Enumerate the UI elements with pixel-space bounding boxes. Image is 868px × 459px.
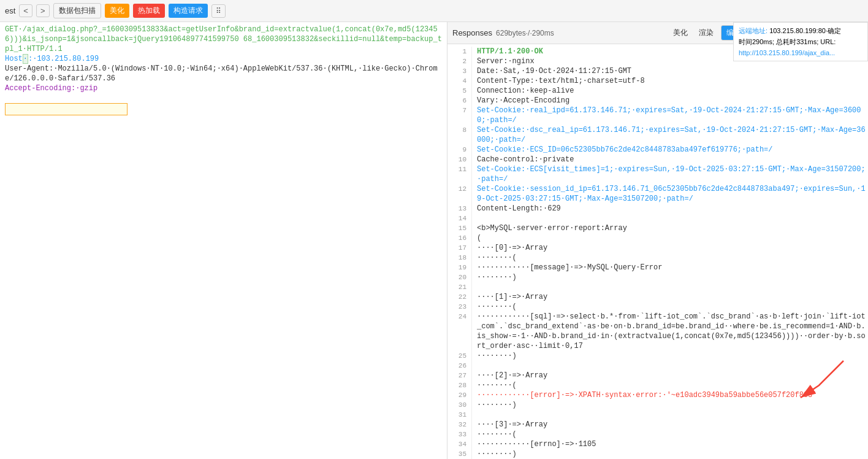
hotload-button[interactable]: 热加载 [133,4,165,18]
request-line-3: User-Agent:·Mozilla/5.0·(Windows·NT·10.0… [0,64,447,83]
line-num-32: 32 [447,420,472,430]
response-toolbar: Responses 629bytes·/·290ms 美化 渲染 编码 ▾ 请输… [447,22,868,44]
line-num-1: 1 [447,47,472,56]
response-line-11: 11 Set-Cookie:·ECS[visit_times]=1;·expir… [447,164,868,184]
line-num-26: 26 [447,361,472,371]
response-line-22: 22 ····[1]·=>·Array [447,292,868,302]
line-content-22: ····[1]·=>·Array [474,292,868,302]
line-content-34: ············[errno]·=>·1105 [474,439,868,449]
response-body[interactable]: 1 HTTP/1.1·200·OK 2 Server:·nginx 3 Date… [447,44,868,459]
line-content-6: Vary:·Accept-Encoding [474,96,868,106]
response-line-26: 26 [447,361,868,371]
response-line-16: 16 ( [447,233,868,243]
response-line-29: 29 ············[error]·=>·XPATH·syntax·e… [447,390,868,400]
line-num-30: 30 [447,400,472,410]
nav-prev-button[interactable]: < [19,4,32,17]
request-toolbar: est < > 数据包扫描 美化 热加载 构造请求 ⠿ [0,0,868,22]
line-content-11: Set-Cookie:·ECS[visit_times]=1;·expires=… [474,164,868,184]
line-num-35: 35 [447,449,472,459]
line-num-33: 33 [447,430,472,439]
response-panel-wrapper: Responses 629bytes·/·290ms 美化 渲染 编码 ▾ 请输… [447,22,868,459]
line-num-27: 27 [447,371,472,380]
line-content-25: ········) [474,351,868,361]
line-num-14: 14 [447,214,472,223]
line-num-25: 25 [447,351,472,361]
toolbar-left: est < > 数据包扫描 美化 热加载 构造请求 ⠿ [5,3,863,18]
line-num-9: 9 [447,145,472,155]
response-line-9: 9 Set-Cookie:·ECS_ID=06c52305bb76c2de42c… [447,145,868,155]
response-line-28: 28 ········( [447,380,868,390]
response-line-35: 35 ········) [447,449,868,459]
request-text-3: User-Agent:·Mozilla/5.0·(Windows·NT·10.0… [0,64,447,83]
line-content-8: Set-Cookie:·dsc_real_ip=61.173.146.71;·e… [474,125,868,145]
line-num-11: 11 [447,164,472,184]
line-content-31 [474,410,868,420]
scan-button[interactable]: 数据包扫描 [53,3,101,18]
line-num-34: 34 [447,439,472,449]
response-line-32: 32 ····[3]·=>·Array [447,420,868,430]
request-text-4: Accept-Encoding:·gzip [0,83,102,93]
request-panel: GET·/ajax_dialog.php?_=1600309513833&act… [0,22,447,459]
response-line-10: 10 Cache-control:·private [447,155,868,164]
line-num-29: 29 [447,390,472,400]
response-title: Responses [452,28,492,37]
line-num-21: 21 [447,282,472,292]
line-content-32: ····[3]·=>·Array [474,420,868,430]
side-info-panel: 远端地址: 103.215.80.199:80·确定 时间290ms; 总耗时3… [733,22,868,61]
construct-request-button[interactable]: 构造请求 [169,4,208,18]
response-line-7: 7 Set-Cookie:·real_ipd=61.173.146.71;·ex… [447,106,868,125]
main-layout: est < > 数据包扫描 美化 热加载 构造请求 ⠿ GET·/ajax_di… [0,0,868,459]
response-line-27: 27 ····[2]·=>·Array [447,371,868,380]
line-content-18: ········( [474,253,868,263]
response-line-25: 25 ········) [447,351,868,361]
line-num-12: 12 [447,184,472,204]
line-num-24: 24 [447,312,472,351]
line-num-2: 2 [447,56,472,66]
response-line-19: 19 ············[message]·=>·MySQL·Query·… [447,263,868,272]
line-num-6: 6 [447,96,472,106]
line-num-17: 17 [447,243,472,253]
remote-addr-value: 103.215.80.199:80·确定 [769,27,841,34]
line-num-22: 22 [447,292,472,302]
response-line-14: 14 [447,214,868,223]
response-line-12: 12 Set-Cookie:·session_id_ip=61.173.146.… [447,184,868,204]
line-content-4: Content-Type:·text/html;·charset=utf-8 [474,76,868,86]
nav-next-button[interactable]: > [36,4,50,17]
beautify-request-button[interactable]: 美化 [105,4,129,18]
response-line-24: 24 ············[sql]·=>·select·b.*·from·… [447,312,868,351]
line-content-30: ········) [474,400,868,410]
line-content-14 [474,214,868,223]
render-button[interactable]: 渲染 [695,26,717,40]
remote-addr-label[interactable]: 远端地址: [739,27,767,34]
line-content-33: ········( [474,430,868,439]
line-num-10: 10 [447,155,472,164]
response-line-6: 6 Vary:·Accept-Encoding [447,96,868,106]
response-line-31: 31 [447,410,868,420]
line-content-7: Set-Cookie:·real_ipd=61.173.146.71;·expi… [474,106,868,125]
line-num-23: 23 [447,302,472,312]
line-content-12: Set-Cookie:·session_id_ip=61.173.146.71_… [474,184,868,204]
beautify-response-button[interactable]: 美化 [669,26,691,40]
line-content-27: ····[2]·=>·Array [474,371,868,380]
response-stats: 629bytes·/·290ms [496,29,554,37]
response-line-5: 5 Connection:·keep-alive [447,86,868,96]
request-body[interactable]: GET·/ajax_dialog.php?_=1600309513833&act… [0,22,447,459]
request-text-1: GET·/ajax_dialog.php?_=1600309513833&act… [0,25,447,54]
request-line-2: Host·:·103.215.80.199 [0,54,447,64]
line-content-29: ············[error]·=>·XPATH·syntax·erro… [474,390,868,400]
grid-button[interactable]: ⠿ [211,4,226,18]
line-num-13: 13 [447,204,472,214]
line-content-13: Content-Length:·629 [474,204,868,214]
line-content-10: Cache-control:·private [474,155,868,164]
response-line-13: 13 Content-Length:·629 [447,204,868,214]
line-num-19: 19 [447,263,472,272]
url-info: http://103.215.80.199/ajax_dia... [739,49,835,56]
line-content-20: ········) [474,272,868,282]
response-line-8: 8 Set-Cookie:·dsc_real_ip=61.173.146.71;… [447,125,868,145]
line-content-35: ········) [474,449,868,459]
response-line-4: 4 Content-Type:·text/html;·charset=utf-8 [447,76,868,86]
line-num-15: 15 [447,223,472,233]
line-content-16: ( [474,233,868,243]
request-line-1: GET·/ajax_dialog.php?_=1600309513833&act… [0,25,447,54]
line-content-24: ············[sql]·=>·select·b.*·from·`li… [474,312,868,351]
